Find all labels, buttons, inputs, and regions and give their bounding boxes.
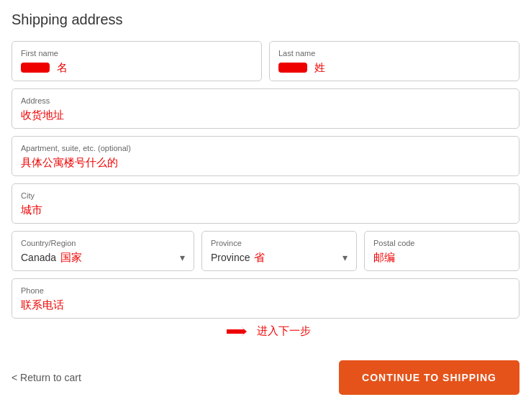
apartment-annotation: 具体公寓楼号什么的 (21, 156, 118, 170)
phone-annotation: 联系电话 (21, 298, 64, 312)
last-name-redacted (278, 63, 307, 73)
shipping-address-form: First name 名 Last name 姓 Address 收货地址 Ap… (12, 41, 519, 319)
arrow-annotation-area: 进入下一步 (12, 324, 519, 346)
phone-value: 联系电话 (21, 298, 510, 312)
first-name-annotation: 名 (57, 61, 68, 75)
arrow-annotation: 进入下一步 (227, 324, 311, 338)
first-name-field[interactable]: First name 名 (12, 41, 262, 81)
city-value: 城市 (21, 203, 510, 217)
apartment-label: Apartment, suite, etc. (optional) (21, 144, 510, 152)
city-field[interactable]: City 城市 (12, 183, 519, 224)
last-name-value: 姓 (278, 60, 510, 75)
bottom-bar: < Return to cart CONTINUE TO SHIPPING (12, 360, 519, 395)
country-label: Country/Region (21, 239, 185, 247)
country-chevron-icon: ▾ (180, 252, 185, 263)
country-annotation: 国家 (60, 251, 82, 265)
country-selected: Canada (21, 252, 56, 263)
phone-field[interactable]: Phone 联系电话 (12, 278, 519, 319)
province-chevron-icon: ▾ (342, 252, 348, 263)
phone-label: Phone (21, 286, 510, 295)
arrow-icon (227, 325, 253, 338)
last-name-annotation: 姓 (314, 61, 325, 75)
first-name-value: 名 (21, 60, 253, 75)
last-name-label: Last name (278, 49, 510, 58)
postal-label: Postal code (373, 239, 510, 247)
address-value: 收货地址 (21, 108, 510, 122)
return-to-cart-link[interactable]: < Return to cart (12, 372, 81, 383)
address-annotation: 收货地址 (21, 109, 64, 122)
province-field[interactable]: Province Province 省 ▾ (201, 231, 357, 271)
first-name-label: First name (21, 49, 253, 58)
country-field[interactable]: Country/Region Canada 国家 ▾ (12, 231, 194, 271)
postal-annotation: 邮编 (373, 251, 395, 265)
apartment-value: 具体公寓楼号什么的 (21, 155, 510, 170)
apartment-field[interactable]: Apartment, suite, etc. (optional) 具体公寓楼号… (12, 136, 519, 176)
country-value: Canada 国家 ▾ (21, 250, 185, 265)
address-label: Address (21, 96, 510, 105)
province-label: Province (211, 239, 348, 247)
province-selected: Province (211, 252, 250, 263)
city-label: City (21, 191, 510, 200)
postal-value: 邮编 (373, 250, 510, 265)
province-value: Province 省 ▾ (211, 250, 348, 265)
last-name-field[interactable]: Last name 姓 (269, 41, 519, 81)
province-annotation: 省 (254, 251, 265, 265)
page-title: Shipping address (12, 12, 519, 28)
first-name-redacted (21, 63, 50, 73)
postal-field[interactable]: Postal code 邮编 (364, 231, 519, 271)
location-row: Country/Region Canada 国家 ▾ Province Prov… (12, 231, 519, 271)
arrow-label: 进入下一步 (257, 324, 311, 338)
continue-to-shipping-button[interactable]: CONTINUE TO SHIPPING (339, 360, 519, 395)
name-row: First name 名 Last name 姓 (12, 41, 519, 81)
city-annotation: 城市 (21, 204, 42, 217)
address-field[interactable]: Address 收货地址 (12, 88, 519, 129)
